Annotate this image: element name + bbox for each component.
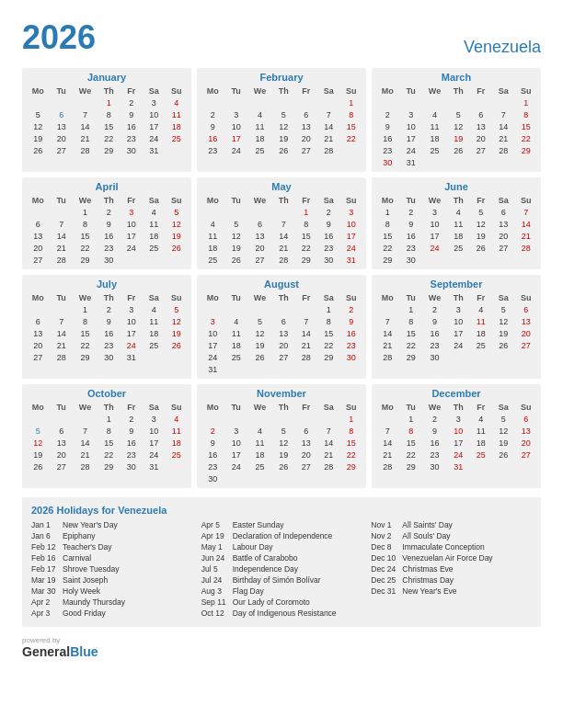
calendar-day: 29 — [515, 144, 537, 156]
calendar-day: 9 — [121, 108, 143, 120]
calendar-day: 16 — [98, 327, 120, 339]
holiday-item: Feb 12Teacher's Day — [31, 542, 192, 552]
calendar-day — [50, 303, 72, 315]
month-title: January — [26, 72, 188, 83]
calendar-day — [224, 472, 247, 484]
calendar-day: 24 — [447, 339, 469, 351]
calendar-day: 10 — [399, 120, 421, 132]
calendar-day — [247, 363, 272, 375]
day-header: Sa — [143, 85, 165, 97]
calendar-day: 16 — [98, 230, 120, 242]
calendar-day — [26, 97, 50, 108]
calendar-day: 21 — [50, 339, 72, 351]
month-block-march: MarchMoTuWeThFrSaSu123456789101112131415… — [372, 68, 541, 172]
day-header: Sa — [492, 292, 514, 303]
holiday-item: Dec 24Christmas Eve — [371, 564, 532, 574]
day-header: Su — [515, 402, 537, 413]
calendar-day: 25 — [143, 242, 165, 254]
calendar-day — [26, 413, 50, 425]
calendar-day: 27 — [26, 351, 50, 363]
calendar-day: 20 — [26, 339, 50, 351]
calendar-day — [26, 206, 50, 218]
holiday-item: Sep 11Our Lady of Coromoto — [201, 597, 362, 607]
calendar-day: 28 — [50, 351, 72, 363]
calendar-day: 19 — [492, 327, 514, 339]
calendar-day: 23 — [98, 339, 120, 351]
calendar-day: 4 — [247, 425, 272, 437]
holiday-name: Saint Joseph — [63, 575, 108, 585]
calendar-day — [272, 472, 294, 484]
day-header: Th — [98, 85, 120, 97]
calendar-day: 30 — [399, 254, 421, 266]
calendar-day: 11 — [143, 218, 165, 230]
calendar-day: 23 — [422, 449, 447, 461]
calendar-day: 6 — [50, 425, 72, 437]
calendar-day: 13 — [272, 327, 294, 339]
calendar-day: 5 — [26, 425, 50, 437]
calendar-day: 14 — [375, 327, 399, 339]
calendar-day: 25 — [422, 144, 447, 156]
calendar-day: 21 — [73, 449, 98, 461]
calendar-day — [340, 144, 362, 156]
calendar-day: 20 — [247, 242, 272, 254]
calendar-day: 15 — [317, 327, 339, 339]
calendar-day: 14 — [50, 230, 72, 242]
month-title: July — [26, 279, 188, 290]
day-header: Mo — [201, 402, 224, 413]
calendar-day: 18 — [224, 339, 247, 351]
day-header: Su — [515, 292, 537, 303]
calendar-day: 21 — [492, 132, 514, 144]
calendar-day: 16 — [340, 327, 362, 339]
calendar-day: 1 — [340, 413, 362, 425]
calendar-day: 22 — [515, 132, 537, 144]
calendar-day: 1 — [73, 206, 98, 218]
calendar-day: 7 — [73, 108, 98, 120]
calendar-day: 28 — [375, 351, 399, 363]
calendar-day: 22 — [98, 132, 120, 144]
day-header: We — [73, 195, 98, 206]
calendar-day: 26 — [447, 144, 469, 156]
month-title: April — [26, 181, 188, 192]
calendar-day: 21 — [375, 339, 399, 351]
calendar-day: 15 — [399, 327, 421, 339]
calendar-day: 5 — [166, 206, 188, 218]
holidays-columns: Jan 1New Year's DayJan 6EpiphanyFeb 12Te… — [31, 520, 532, 620]
calendar-day: 19 — [247, 339, 272, 351]
calendar-day: 14 — [272, 230, 294, 242]
calendar-day — [492, 156, 514, 168]
calendar-day: 18 — [201, 242, 224, 254]
calendar-day: 25 — [470, 449, 492, 461]
calendar-day: 3 — [224, 425, 247, 437]
calendar-day: 9 — [201, 437, 224, 449]
calendar-day — [201, 303, 224, 315]
day-header: Th — [272, 195, 294, 206]
calendar-day: 25 — [470, 339, 492, 351]
calendar-day: 8 — [295, 218, 317, 230]
calendar-day: 20 — [470, 132, 492, 144]
day-header: Mo — [26, 195, 50, 206]
holiday-name: Independence Day — [233, 564, 298, 574]
calendar-day: 6 — [515, 413, 537, 425]
calendar-day: 12 — [492, 425, 514, 437]
calendar-day: 16 — [399, 230, 421, 242]
calendar-day — [317, 413, 339, 425]
calendar-day: 23 — [317, 242, 339, 254]
day-header: We — [247, 402, 272, 413]
calendar-day — [422, 254, 447, 266]
calendar-day: 11 — [166, 108, 188, 120]
calendar-day: 5 — [166, 303, 188, 315]
calendar-day — [272, 97, 294, 108]
calendar-day: 19 — [224, 242, 247, 254]
holiday-date: Apr 19 — [201, 531, 229, 540]
holiday-item: Jan 6Epiphany — [31, 531, 192, 540]
calendar-day: 6 — [26, 315, 50, 327]
calendar-day: 7 — [375, 425, 399, 437]
calendar-day: 1 — [295, 206, 317, 218]
holiday-date: Dec 10 — [371, 553, 398, 563]
calendar-day: 20 — [515, 437, 537, 449]
calendar-day: 19 — [492, 437, 514, 449]
holiday-item: Dec 8Immaculate Conception — [371, 542, 532, 552]
calendar-day: 28 — [492, 144, 514, 156]
calendar-day: 30 — [422, 351, 447, 363]
calendar-day: 10 — [121, 315, 143, 327]
